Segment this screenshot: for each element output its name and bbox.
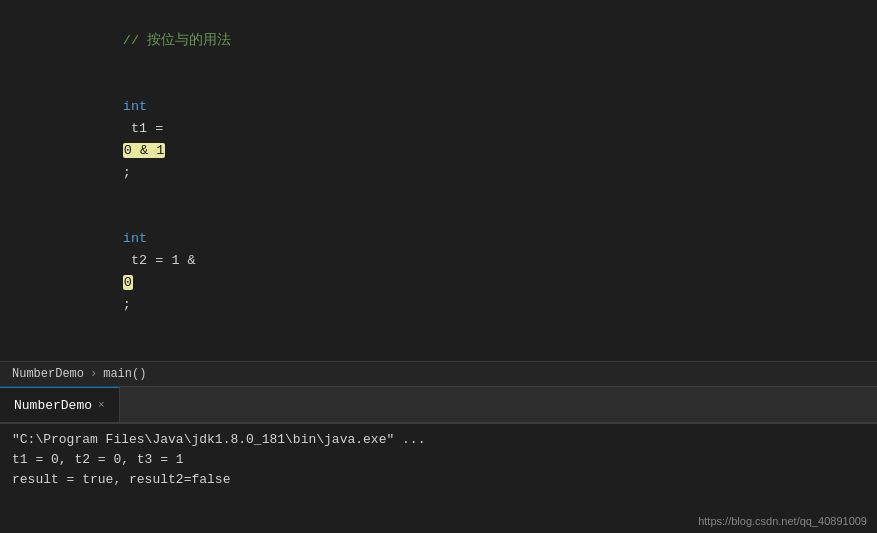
highlight: 0 <box>123 275 133 290</box>
comment-text: // 按位与的用法 <box>123 33 231 48</box>
tab-label: NumberDemo <box>14 398 92 413</box>
editor-area: // 按位与的用法 int t1 = 0 & 1 ; int t2 = 1 & … <box>0 0 877 361</box>
tab-numberdemo[interactable]: NumberDemo × <box>0 387 120 422</box>
breadcrumb-separator: › <box>90 367 97 381</box>
keyword-int: int <box>123 231 147 246</box>
line-content: int t1 = 0 & 1 ; <box>50 74 877 206</box>
terminal-output-2: result = true, result2=false <box>12 470 865 490</box>
keyword-int: int <box>123 99 147 114</box>
code-line: int t3 = 1 & 1 ; <box>0 338 877 361</box>
tab-close-button[interactable]: × <box>98 399 105 411</box>
code-line: int t2 = 1 & 0 ; <box>0 206 877 338</box>
terminal-cmd: "C:\Program Files\Java\jdk1.8.0_181\bin\… <box>12 430 865 450</box>
terminal-area: "C:\Program Files\Java\jdk1.8.0_181\bin\… <box>0 423 877 533</box>
tab-bar: NumberDemo × <box>0 387 877 423</box>
line-content: int t2 = 1 & 0 ; <box>50 206 877 338</box>
code-line: int t1 = 0 & 1 ; <box>0 74 877 206</box>
line-content: int t3 = 1 & 1 ; <box>50 338 877 361</box>
terminal-content: "C:\Program Files\Java\jdk1.8.0_181\bin\… <box>0 424 877 496</box>
breadcrumb-method: main() <box>103 367 146 381</box>
code-line: // 按位与的用法 <box>0 8 877 74</box>
highlight: 0 & 1 <box>123 143 166 158</box>
code-container: // 按位与的用法 int t1 = 0 & 1 ; int t2 = 1 & … <box>0 0 877 361</box>
terminal-output-1: t1 = 0, t2 = 0, t3 = 1 <box>12 450 865 470</box>
breadcrumb-bar: NumberDemo › main() <box>0 361 877 387</box>
watermark: https://blog.csdn.net/qq_40891009 <box>698 515 867 527</box>
breadcrumb-file: NumberDemo <box>12 367 84 381</box>
line-content: // 按位与的用法 <box>50 8 877 74</box>
